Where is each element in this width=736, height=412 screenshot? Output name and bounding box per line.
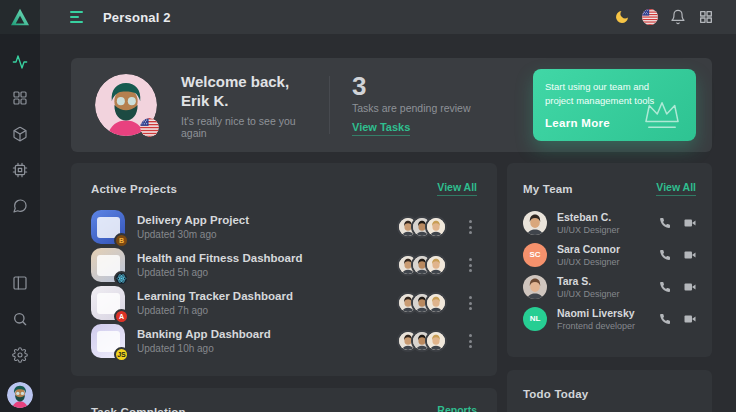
package-icon bbox=[12, 126, 28, 142]
welcome-avatar bbox=[95, 74, 157, 136]
member-actions bbox=[659, 281, 696, 293]
team-member-list: Esteban C. UI/UX Designer SC Sara Connor… bbox=[523, 210, 696, 331]
welcome-card: Welcome back, Erik K. It's really nice t… bbox=[71, 58, 712, 152]
pending-tasks-label: Tasks are pending review bbox=[352, 102, 470, 114]
member-info: Naomi Liversky Frontend developer bbox=[557, 307, 635, 331]
sidebar-item-chat[interactable] bbox=[0, 188, 40, 224]
project-menu-kebab-icon[interactable] bbox=[463, 216, 477, 238]
search-icon bbox=[12, 311, 28, 327]
project-row[interactable]: A Learning Tracker Dashboard Updated 7h … bbox=[91, 285, 477, 321]
project-name: Learning Tracker Dashboard bbox=[137, 290, 293, 302]
project-updated: Updated 5h ago bbox=[137, 267, 303, 278]
greeting-subtitle: It's really nice to see you again bbox=[181, 115, 319, 139]
sidebar-item-dashboard[interactable] bbox=[0, 80, 40, 116]
sidebar-item-layout[interactable] bbox=[0, 265, 40, 301]
project-name: Health and Fitness Dashboard bbox=[137, 252, 303, 264]
crown-icon bbox=[639, 98, 685, 132]
sidebar-item-search[interactable] bbox=[0, 301, 40, 337]
project-updated: Updated 7h ago bbox=[137, 305, 293, 316]
project-menu-kebab-icon[interactable] bbox=[463, 254, 477, 276]
project-row[interactable]: Health and Fitness Dashboard Updated 5h … bbox=[91, 247, 477, 283]
collaborator-avatar bbox=[425, 330, 447, 352]
project-menu-kebab-icon[interactable] bbox=[463, 330, 477, 352]
team-member-row[interactable]: Tara S. UI/UX Designer bbox=[523, 274, 696, 299]
member-role: UI/UX Designer bbox=[557, 289, 620, 299]
todo-today-title: Todo Today bbox=[523, 388, 588, 400]
project-updated: Updated 30m ago bbox=[137, 229, 249, 240]
view-tasks-link[interactable]: View Tasks bbox=[352, 121, 410, 136]
project-list: B Delivery App Project Updated 30m ago bbox=[91, 209, 477, 359]
moon-icon[interactable] bbox=[614, 9, 630, 25]
phone-call-icon[interactable] bbox=[659, 249, 671, 261]
user-avatar-icon bbox=[7, 382, 33, 408]
settings-icon bbox=[12, 347, 28, 363]
sidebar-nav bbox=[0, 44, 40, 224]
reports-link[interactable]: Reports bbox=[437, 404, 477, 412]
bitcoin-badge-icon: B bbox=[114, 233, 129, 248]
project-thumbnail: B bbox=[91, 210, 125, 244]
video-call-icon[interactable] bbox=[684, 281, 696, 293]
angular-badge-icon: A bbox=[114, 309, 129, 324]
divider bbox=[329, 76, 330, 134]
project-info: Delivery App Project Updated 30m ago bbox=[137, 214, 249, 240]
project-row[interactable]: JS Banking App Dashboard Updated 10h ago bbox=[91, 323, 477, 359]
team-member-row[interactable]: NL Naomi Liversky Frontend developer bbox=[523, 306, 696, 331]
header-icons bbox=[614, 9, 714, 25]
video-call-icon[interactable] bbox=[684, 313, 696, 325]
project-name: Banking App Dashboard bbox=[137, 328, 271, 340]
react-badge-icon bbox=[114, 271, 129, 286]
us-flag-badge-icon bbox=[140, 118, 159, 137]
sidebar-item-activity[interactable] bbox=[0, 44, 40, 80]
project-menu-kebab-icon[interactable] bbox=[463, 292, 477, 314]
app-logo[interactable] bbox=[0, 0, 40, 34]
member-name: Naomi Liversky bbox=[557, 307, 635, 319]
my-team-title: My Team bbox=[523, 183, 573, 195]
member-role: UI/UX Designer bbox=[557, 257, 620, 267]
collaborator-avatar-group bbox=[397, 216, 447, 238]
learn-more-button[interactable]: Learn More bbox=[545, 117, 610, 129]
my-team-view-all-link[interactable]: View All bbox=[656, 181, 696, 196]
javascript-badge-icon: JS bbox=[114, 347, 129, 362]
sidebar-item-package[interactable] bbox=[0, 116, 40, 152]
member-info: Esteban C. UI/UX Designer bbox=[557, 211, 620, 235]
sidebar bbox=[0, 0, 40, 412]
member-actions bbox=[659, 313, 696, 325]
sidebar-profile-avatar[interactable] bbox=[7, 382, 33, 408]
member-avatar: NL bbox=[523, 307, 547, 331]
greeting-line1: Welcome back, bbox=[181, 72, 319, 91]
sidebar-item-settings[interactable] bbox=[0, 337, 40, 373]
bell-icon[interactable] bbox=[670, 9, 686, 25]
video-call-icon[interactable] bbox=[684, 217, 696, 229]
menu-toggle-icon[interactable] bbox=[70, 8, 83, 26]
delta-logo-icon bbox=[10, 8, 30, 26]
task-completion-title: Task Completion bbox=[91, 406, 186, 412]
video-call-icon[interactable] bbox=[684, 249, 696, 261]
member-actions bbox=[659, 249, 696, 261]
collaborator-avatar bbox=[425, 292, 447, 314]
us-flag-icon[interactable] bbox=[642, 9, 658, 25]
collaborator-avatar bbox=[425, 216, 447, 238]
collaborator-avatar-group bbox=[397, 292, 447, 314]
sidebar-item-cpu[interactable] bbox=[0, 152, 40, 188]
phone-call-icon[interactable] bbox=[659, 313, 671, 325]
member-role: UI/UX Designer bbox=[557, 225, 620, 235]
project-row[interactable]: B Delivery App Project Updated 30m ago bbox=[91, 209, 477, 245]
main-content: Welcome back, Erik K. It's really nice t… bbox=[40, 34, 736, 412]
team-member-row[interactable]: Esteban C. UI/UX Designer bbox=[523, 210, 696, 235]
team-member-row[interactable]: SC Sara Connor UI/UX Designer bbox=[523, 242, 696, 267]
member-info: Tara S. UI/UX Designer bbox=[557, 275, 620, 299]
collaborator-avatar-group bbox=[397, 330, 447, 352]
sidebar-bottom-list bbox=[0, 265, 40, 373]
phone-call-icon[interactable] bbox=[659, 281, 671, 293]
project-updated: Updated 10h ago bbox=[137, 343, 271, 354]
phone-call-icon[interactable] bbox=[659, 217, 671, 229]
pending-tasks-count: 3 bbox=[352, 74, 470, 98]
member-avatar: SC bbox=[523, 243, 547, 267]
active-projects-view-all-link[interactable]: View All bbox=[437, 181, 477, 196]
top-header: Personal 2 bbox=[40, 0, 736, 34]
task-completion-card: Task Completion Reports bbox=[71, 388, 497, 412]
activity-icon bbox=[12, 54, 28, 70]
project-info: Health and Fitness Dashboard Updated 5h … bbox=[137, 252, 303, 278]
apps-icon[interactable] bbox=[698, 9, 714, 25]
sidebar-bottom-nav bbox=[0, 255, 40, 412]
